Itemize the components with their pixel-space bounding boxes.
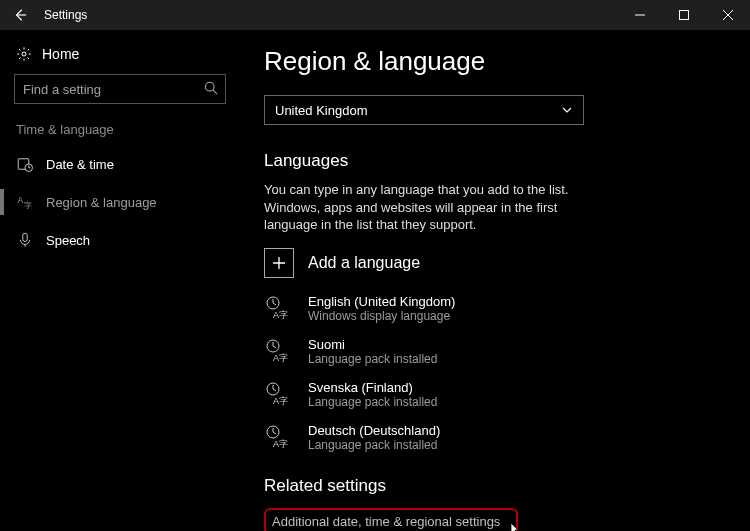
languages-description: You can type in any language that you ad…	[264, 181, 604, 234]
settings-window: Settings Home	[0, 0, 750, 531]
sidebar-item-label: Region & language	[46, 195, 157, 210]
window-controls	[618, 0, 750, 30]
svg-text:A字: A字	[273, 310, 288, 320]
sidebar-item-region-language[interactable]: A字 Region & language	[10, 183, 230, 221]
country-dropdown-value: United Kingdom	[275, 103, 368, 118]
svg-text:字: 字	[24, 201, 32, 210]
language-indicator-icon: A字	[264, 423, 294, 451]
close-button[interactable]	[706, 0, 750, 30]
sidebar-item-label: Speech	[46, 233, 90, 248]
maximize-icon	[679, 10, 689, 20]
home-label: Home	[42, 46, 79, 62]
related-settings-heading: Related settings	[264, 476, 730, 496]
svg-point-1	[22, 52, 26, 56]
language-name: Svenska (Finland)	[308, 380, 437, 395]
language-sub: Language pack installed	[308, 352, 437, 366]
svg-rect-7	[23, 233, 28, 241]
language-indicator-icon: A字	[264, 294, 294, 322]
sidebar-item-date-time[interactable]: Date & time	[10, 145, 230, 183]
language-sub: Language pack installed	[308, 438, 440, 452]
close-icon	[723, 10, 733, 20]
svg-text:A字: A字	[273, 396, 288, 406]
add-language-label: Add a language	[308, 254, 420, 272]
sidebar: Home Time & language Date & time	[0, 30, 240, 531]
cursor-pointer-icon	[506, 521, 522, 531]
svg-text:A字: A字	[273, 439, 288, 449]
language-item[interactable]: A字 Suomi Language pack installed	[264, 337, 730, 366]
minimize-icon	[635, 10, 645, 20]
search-input[interactable]	[14, 74, 226, 104]
search-icon	[204, 81, 218, 95]
country-dropdown[interactable]: United Kingdom	[264, 95, 584, 125]
svg-point-2	[205, 82, 214, 91]
page-title: Region & language	[264, 46, 730, 77]
svg-text:A: A	[18, 196, 24, 205]
microphone-icon	[16, 231, 34, 249]
add-language-button[interactable]: Add a language	[264, 248, 730, 278]
language-list: A字 English (United Kingdom) Windows disp…	[264, 294, 730, 452]
language-sub: Language pack installed	[308, 395, 437, 409]
arrow-left-icon	[13, 8, 27, 22]
additional-settings-link[interactable]: Additional date, time & regional setting…	[264, 508, 518, 531]
chevron-down-icon	[561, 104, 573, 116]
language-name: English (United Kingdom)	[308, 294, 455, 309]
gear-icon	[16, 46, 32, 62]
language-sub: Windows display language	[308, 309, 455, 323]
window-title: Settings	[40, 8, 87, 22]
titlebar: Settings	[0, 0, 750, 30]
clock-calendar-icon	[16, 155, 34, 173]
language-indicator-icon: A字	[264, 380, 294, 408]
home-button[interactable]: Home	[10, 44, 230, 72]
language-item[interactable]: A字 Deutsch (Deutschland) Language pack i…	[264, 423, 730, 452]
svg-text:A字: A字	[273, 353, 288, 363]
sidebar-item-label: Date & time	[46, 157, 114, 172]
search-field-wrap	[14, 74, 226, 104]
svg-rect-0	[680, 11, 689, 20]
language-name: Deutsch (Deutschland)	[308, 423, 440, 438]
minimize-button[interactable]	[618, 0, 662, 30]
languages-heading: Languages	[264, 151, 730, 171]
maximize-button[interactable]	[662, 0, 706, 30]
plus-icon	[264, 248, 294, 278]
language-indicator-icon: A字	[264, 337, 294, 365]
language-item[interactable]: A字 English (United Kingdom) Windows disp…	[264, 294, 730, 323]
back-button[interactable]	[0, 0, 40, 30]
language-item[interactable]: A字 Svenska (Finland) Language pack insta…	[264, 380, 730, 409]
category-label: Time & language	[10, 122, 230, 145]
nav-list: Date & time A字 Region & language Speech	[10, 145, 230, 259]
language-name: Suomi	[308, 337, 437, 352]
language-globe-icon: A字	[16, 193, 34, 211]
sidebar-item-speech[interactable]: Speech	[10, 221, 230, 259]
main-content: Region & language United Kingdom Languag…	[240, 30, 750, 531]
